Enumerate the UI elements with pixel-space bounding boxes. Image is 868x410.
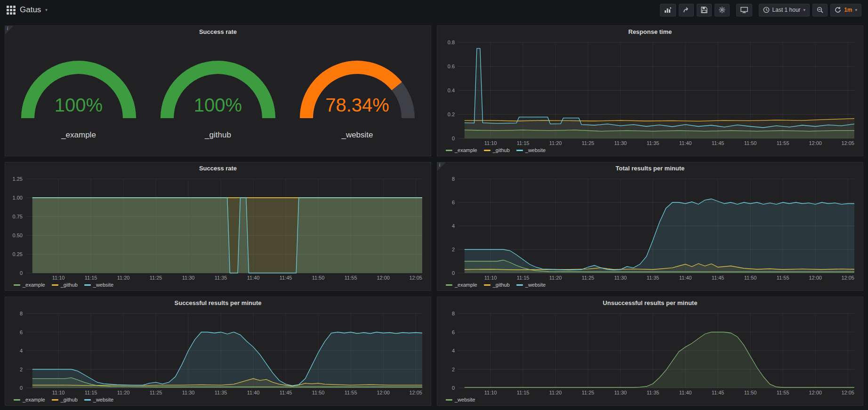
y-tick-label: 6 [452,330,455,335]
x-tick-label: 11:55 [777,390,789,395]
panel-title[interactable]: Response time [437,26,863,38]
y-tick-label: 1.00 [13,195,23,201]
save-button[interactable] [697,4,712,16]
x-tick-label: 11:40 [679,275,692,281]
x-tick-label: 11:20 [549,140,562,146]
y-tick-label: 6 [452,200,455,205]
navbar: Gatus ▾ [0,0,868,20]
legend-swatch [516,150,523,151]
legend: _example_github_website [9,281,427,289]
clock-icon [763,7,770,13]
successful-results-chart[interactable]: 11:1011:1511:2011:2511:3011:3511:4011:45… [9,310,427,396]
legend-item-website[interactable]: _website [446,397,475,402]
x-tick-label: 12:05 [841,140,854,146]
tv-monitor-icon [740,7,748,13]
y-tick-label: 0 [452,270,455,276]
x-tick-label: 12:05 [841,390,854,395]
legend-swatch [446,284,452,286]
legend-item-example[interactable]: _example [14,282,45,288]
legend-item-github[interactable]: _github [52,282,78,288]
zoom-out-button[interactable] [812,4,828,16]
x-tick-label: 11:10 [52,390,65,395]
total-results-chart[interactable]: 11:1011:1511:2011:2511:3011:3511:4011:45… [441,176,859,281]
refresh-button[interactable]: 1m ▾ [830,4,861,16]
share-button[interactable] [679,4,694,16]
legend-label: _website [525,147,546,153]
gauge-github: 100%_github [152,42,284,140]
legend-item-example[interactable]: _example [14,397,45,402]
x-tick-label: 11:20 [117,275,130,281]
x-tick-label: 11:35 [215,390,227,395]
legend-item-github[interactable]: _github [484,147,510,153]
y-tick-label: 0.2 [448,112,455,117]
time-range-picker[interactable]: Last 1 hour ▾ [759,4,810,16]
legend-item-github[interactable]: _github [484,282,510,288]
y-tick-label: 2 [452,367,455,372]
x-tick-label: 11:10 [484,275,497,281]
panel-info-icon[interactable]: i [5,26,14,34]
panel-title[interactable]: Success rate [5,26,431,38]
chart-panel-body: 11:1011:1511:2011:2511:3011:3511:4011:45… [437,309,863,405]
legend-item-website[interactable]: _website [84,282,113,288]
x-tick-label: 12:05 [409,275,422,281]
x-tick-label: 12:00 [809,390,822,395]
x-tick-label: 11:25 [150,275,162,281]
settings-button[interactable] [715,4,730,16]
legend-label: _website [525,282,546,288]
panel-unsuccessful-results: Unsuccessful results per minute 11:1011:… [437,297,863,406]
legend-label: _website [455,397,475,402]
floppy-disk-icon [701,7,707,13]
refresh-icon [835,7,841,13]
x-tick-label: 11:55 [777,140,789,146]
add-panel-button[interactable] [660,4,676,16]
legend-label: _github [493,282,510,288]
legend-swatch [516,284,523,286]
panel-total-results: i Total results per minute 11:1011:1511:… [437,162,863,291]
y-tick-label: 2 [20,367,23,372]
dashboard-title[interactable]: Gatus [20,5,41,15]
gauge-row: 100%_example100%_github78.34%_website [9,42,427,140]
x-tick-label: 11:55 [345,390,357,395]
legend-item-website[interactable]: _website [84,397,113,402]
legend-item-example[interactable]: _example [446,282,477,288]
panel-title[interactable]: Total results per minute [437,162,863,175]
caret-down-icon: ▾ [855,8,857,12]
panel-title[interactable]: Successful results per minute [5,297,431,309]
y-tick-label: 8 [452,176,455,182]
x-tick-label: 11:50 [312,275,325,281]
y-tick-label: 0 [452,385,455,391]
dashboard-switcher[interactable]: Gatus ▾ [7,5,48,15]
legend-label: _example [23,397,45,402]
cycle-view-button[interactable] [736,4,752,16]
legend-swatch [52,284,58,286]
grid-logo-icon[interactable] [7,6,16,15]
gauge-website: 78.34%_website [291,42,423,140]
legend-item-website[interactable]: _website [516,282,546,288]
x-tick-label: 11:25 [582,140,595,146]
x-tick-label: 11:40 [679,390,692,395]
unsuccessful-results-chart[interactable]: 11:1011:1511:2011:2511:3011:3511:4011:45… [441,310,859,396]
x-tick-label: 12:00 [809,275,822,281]
legend-item-github[interactable]: _github [52,397,78,402]
legend-item-website[interactable]: _website [516,147,546,153]
x-tick-label: 11:10 [484,390,497,395]
panel-info-icon[interactable]: i [437,162,446,171]
legend-label: _github [61,397,78,402]
gear-icon [719,7,725,13]
legend: _example_github_website [9,396,427,403]
panel-title[interactable]: Success rate [5,162,431,175]
x-tick-label: 11:25 [150,390,162,395]
x-tick-label: 11:50 [744,140,757,146]
x-tick-label: 11:45 [712,140,724,146]
success-rate-chart[interactable]: 11:1011:1511:2011:2511:3011:3511:4011:45… [9,176,427,281]
legend-item-example[interactable]: _example [446,147,477,153]
gauge-panel-body: 100%_example100%_github78.34%_website [5,38,431,156]
y-tick-label: 4 [452,223,455,229]
gauge-arc: 100% [152,42,284,127]
legend-label: _example [23,282,45,288]
response-time-chart[interactable]: 11:1011:1511:2011:2511:3011:3511:4011:45… [441,39,859,146]
x-tick-label: 11:40 [679,140,692,146]
x-tick-label: 11:15 [517,390,530,395]
panel-title[interactable]: Unsuccessful results per minute [437,297,863,309]
panel-response-time: Response time 11:1011:1511:2011:2511:301… [437,25,863,156]
